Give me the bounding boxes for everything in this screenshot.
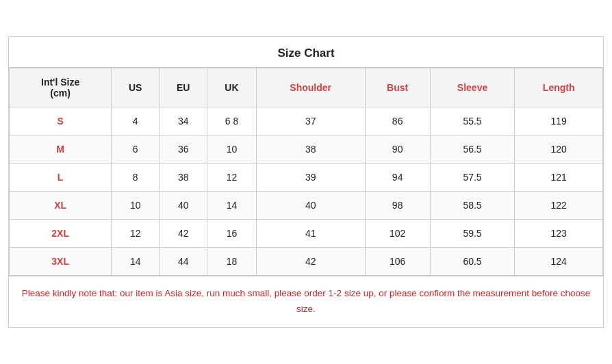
cell-bust: 102: [365, 220, 430, 248]
cell-us: 8: [112, 164, 160, 192]
table-row: 3XL 14 44 18 42 106 60.5 124: [10, 248, 603, 276]
col-header-shoulder: Shoulder: [256, 68, 365, 107]
cell-uk: 6 8: [207, 107, 257, 135]
col-header-us: US: [112, 68, 160, 107]
cell-sleeve: 58.5: [430, 192, 515, 220]
cell-uk: 12: [207, 164, 257, 192]
col-header-intl: Int'l Size(cm): [10, 68, 112, 107]
cell-bust: 98: [365, 192, 430, 220]
cell-shoulder: 39: [256, 164, 365, 192]
table-row: M 6 36 10 38 90 56.5 120: [10, 135, 603, 164]
cell-uk: 10: [207, 135, 257, 164]
cell-us: 10: [112, 192, 160, 220]
cell-intl: M: [10, 135, 112, 164]
cell-us: 14: [112, 248, 160, 276]
cell-length: 120: [515, 135, 603, 164]
col-header-uk: UK: [207, 68, 257, 107]
cell-shoulder: 37: [256, 107, 365, 135]
cell-eu: 42: [160, 220, 207, 248]
cell-us: 4: [112, 107, 160, 135]
cell-intl: L: [10, 164, 112, 192]
cell-uk: 16: [207, 220, 257, 248]
cell-intl: 2XL: [10, 220, 112, 248]
col-header-length: Length: [515, 68, 603, 107]
cell-shoulder: 38: [256, 135, 365, 164]
cell-eu: 44: [160, 248, 207, 276]
cell-sleeve: 59.5: [430, 220, 515, 248]
cell-uk: 18: [207, 248, 257, 276]
cell-bust: 106: [365, 248, 430, 276]
cell-us: 12: [112, 220, 160, 248]
cell-shoulder: 42: [256, 248, 365, 276]
size-table: Int'l Size(cm) US EU UK Shoulder Bust Sl…: [9, 68, 603, 276]
size-chart-container: Size Chart Int'l Size(cm) US EU UK Shoul…: [8, 36, 604, 328]
table-row: S 4 34 6 8 37 86 55.5 119: [10, 107, 603, 135]
cell-intl: XL: [10, 192, 112, 220]
table-row: L 8 38 12 39 94 57.5 121: [10, 164, 603, 192]
cell-length: 122: [515, 192, 603, 220]
size-note: Please kindly note that: our item is Asi…: [9, 276, 603, 327]
cell-eu: 36: [160, 135, 207, 164]
col-header-sleeve: Sleeve: [430, 68, 515, 107]
cell-bust: 86: [365, 107, 430, 135]
col-header-eu: EU: [160, 68, 207, 107]
cell-shoulder: 40: [256, 192, 365, 220]
col-header-bust: Bust: [365, 68, 430, 107]
cell-eu: 38: [160, 164, 207, 192]
cell-sleeve: 57.5: [430, 164, 515, 192]
cell-sleeve: 60.5: [430, 248, 515, 276]
cell-length: 124: [515, 248, 603, 276]
cell-bust: 90: [365, 135, 430, 164]
table-row: XL 10 40 14 40 98 58.5 122: [10, 192, 603, 220]
cell-intl: S: [10, 107, 112, 135]
cell-length: 119: [515, 107, 603, 135]
chart-title: Size Chart: [9, 37, 603, 68]
cell-sleeve: 56.5: [430, 135, 515, 164]
cell-length: 121: [515, 164, 603, 192]
cell-eu: 34: [160, 107, 207, 135]
cell-sleeve: 55.5: [430, 107, 515, 135]
cell-length: 123: [515, 220, 603, 248]
table-row: 2XL 12 42 16 41 102 59.5 123: [10, 220, 603, 248]
cell-shoulder: 41: [256, 220, 365, 248]
cell-us: 6: [112, 135, 160, 164]
cell-eu: 40: [160, 192, 207, 220]
cell-uk: 14: [207, 192, 257, 220]
cell-bust: 94: [365, 164, 430, 192]
cell-intl: 3XL: [10, 248, 112, 276]
